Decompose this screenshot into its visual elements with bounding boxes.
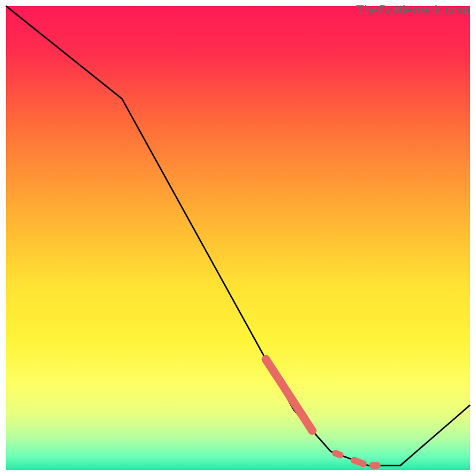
highlight-dot (360, 461, 367, 467)
highlight-dot (351, 457, 358, 464)
gradient-background (6, 6, 470, 470)
highlight-dot (374, 462, 381, 469)
highlight-dot (262, 355, 270, 364)
bottleneck-chart: TheBottleneck.com (0, 0, 476, 476)
highlight-dot (337, 452, 343, 458)
highlight-dot (308, 427, 317, 435)
chart-canvas (0, 0, 476, 476)
watermark-text: TheBottleneck.com (356, 2, 470, 18)
